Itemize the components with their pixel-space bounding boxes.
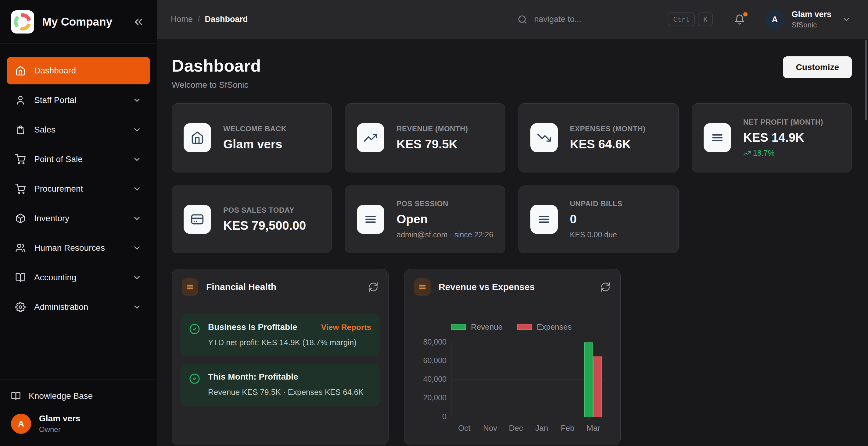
notifications-button[interactable] xyxy=(734,14,745,25)
refresh-button[interactable] xyxy=(368,282,378,292)
sidebar-nav: Dashboard Staff Portal Sales xyxy=(0,44,157,380)
revenue-vs-expenses-card: Revenue vs Expenses RevenueExpenses020,0… xyxy=(404,269,621,445)
y-axis-tick-label: 80,000 xyxy=(404,338,446,346)
bar-revenue-mar xyxy=(584,342,593,416)
stat-card-net-profit-month[interactable]: NET PROFIT (MONTH) KES 14.9K 18.7% xyxy=(692,103,852,172)
y-axis-tick-label: 20,000 xyxy=(404,393,446,402)
search-input[interactable] xyxy=(534,14,668,24)
chevrons-left-icon xyxy=(132,16,145,28)
book-open-icon xyxy=(15,272,26,283)
sidebar-item-sales[interactable]: Sales xyxy=(7,116,150,143)
avatar: A xyxy=(765,9,785,30)
trending-up-icon xyxy=(743,149,751,157)
logo-swirl-icon xyxy=(13,12,32,32)
page-title: Dashboard xyxy=(172,56,261,75)
y-axis-tick-label: 0 xyxy=(404,412,446,421)
x-axis-tick-label: Mar xyxy=(580,423,607,433)
stat-card-pos-sales-today[interactable]: POS SALES TODAY KES 79,500.00 xyxy=(172,185,332,253)
gridline xyxy=(452,417,606,417)
credit-card-icon xyxy=(184,205,211,234)
collapse-sidebar-button[interactable] xyxy=(132,16,145,28)
page-subtitle: Welcome to SfSonic xyxy=(172,80,261,90)
sidebar-item-knowledge-base[interactable]: Knowledge Base xyxy=(11,391,146,401)
sidebar-item-administration[interactable]: Administration xyxy=(7,294,150,321)
menu-lines-icon xyxy=(414,278,431,296)
plot-area xyxy=(452,342,606,417)
sidebar-user-profile[interactable]: A Glam vers Owner xyxy=(11,414,146,434)
sidebar-item-procurement[interactable]: Procurement xyxy=(7,175,150,203)
customize-button[interactable]: Customize xyxy=(783,56,852,78)
x-axis-tick-label: Feb xyxy=(554,423,581,433)
book-open-icon xyxy=(11,391,21,401)
gear-icon xyxy=(15,302,26,312)
y-axis-tick-label: 40,000 xyxy=(404,375,446,383)
shopping-cart-icon xyxy=(15,184,26,194)
chevron-down-icon xyxy=(132,243,142,252)
user-role: Owner xyxy=(39,425,80,434)
sidebar: My Company Dashboard Staff Portal xyxy=(0,0,157,446)
shopping-cart-icon xyxy=(15,154,26,165)
stat-card-revenue-month[interactable]: REVENUE (MONTH) KES 79.5K xyxy=(345,103,505,172)
legend-swatch xyxy=(452,324,466,330)
alert-business-profitable: Business is Profitable View Reports YTD … xyxy=(181,314,380,356)
stats-row-2: POS SALES TODAY KES 79,500.00 POS SESSIO… xyxy=(172,185,852,253)
card-title: Revenue vs Expenses xyxy=(439,282,600,292)
check-circle-icon xyxy=(189,373,200,398)
chevron-down-icon xyxy=(132,184,142,194)
content-area: Home / Dashboard Ctrl K xyxy=(157,0,868,446)
breadcrumb-current: Dashboard xyxy=(205,14,248,24)
dashboard-main: Dashboard Welcome to SfSonic Customize W… xyxy=(157,39,868,446)
refresh-button[interactable] xyxy=(600,282,611,292)
search-icon xyxy=(518,14,527,24)
x-axis-tick-label: Oct xyxy=(451,423,478,433)
scrollbar-thumb[interactable] xyxy=(865,40,867,120)
sidebar-item-staff-portal[interactable]: Staff Portal xyxy=(7,87,150,114)
chevron-down-icon xyxy=(842,15,851,24)
legend-swatch xyxy=(517,324,532,330)
topbar-user-menu[interactable]: A Glam vers SfSonic xyxy=(765,9,851,30)
home-icon xyxy=(184,123,211,152)
trending-up-icon xyxy=(357,123,384,152)
sidebar-footer: Knowledge Base A Glam vers Owner xyxy=(0,380,157,446)
chevron-down-icon xyxy=(132,303,142,312)
stat-card-pos-session[interactable]: POS SESSION Open admin@sf.com · since 22… xyxy=(345,185,505,253)
legend-item[interactable]: Expenses xyxy=(517,322,571,332)
breadcrumb-home[interactable]: Home xyxy=(171,14,193,24)
sidebar-item-inventory[interactable]: Inventory xyxy=(7,205,150,232)
chevron-down-icon xyxy=(132,155,142,164)
users-icon xyxy=(15,243,26,253)
chevron-down-icon xyxy=(132,96,142,105)
sidebar-item-accounting[interactable]: Accounting xyxy=(7,264,150,291)
chevron-down-icon xyxy=(132,273,142,282)
user-icon xyxy=(15,95,26,105)
x-axis-tick-label: Jan xyxy=(528,423,555,433)
stat-card-unpaid-bills[interactable]: UNPAID BILLS 0 KES 0.00 due xyxy=(519,185,679,253)
menu-lines-icon xyxy=(530,205,558,234)
menu-lines-icon xyxy=(182,278,198,296)
breadcrumb-separator: / xyxy=(198,14,200,24)
financial-health-card: Financial Health Business i xyxy=(172,269,389,445)
view-reports-link[interactable]: View Reports xyxy=(321,322,371,332)
y-axis-tick-label: 60,000 xyxy=(404,356,446,365)
check-circle-icon xyxy=(189,323,200,348)
company-logo[interactable] xyxy=(11,10,34,34)
home-icon xyxy=(15,66,26,76)
topbar-user-name: Glam vers xyxy=(792,10,831,19)
global-search[interactable]: Ctrl K xyxy=(518,12,713,26)
stats-row-1: WELCOME BACK Glam vers REVENUE (MONTH) K… xyxy=(172,103,852,172)
topbar-user-org: SfSonic xyxy=(792,21,831,29)
stat-card-expenses-month[interactable]: EXPENSES (MONTH) KES 64.6K xyxy=(519,103,679,172)
sidebar-item-dashboard[interactable]: Dashboard xyxy=(7,57,150,84)
alert-month-profitable: This Month: Profitable Revenue KES 79.5K… xyxy=(181,364,380,406)
legend-item[interactable]: Revenue xyxy=(452,322,503,332)
legend-label: Expenses xyxy=(537,322,571,332)
notification-dot xyxy=(743,12,747,16)
chevron-down-icon xyxy=(132,214,142,223)
sidebar-item-point-of-sale[interactable]: Point of Sale xyxy=(7,146,150,173)
stat-card-welcome-back[interactable]: WELCOME BACK Glam vers xyxy=(172,103,332,172)
legend-label: Revenue xyxy=(471,322,503,332)
x-axis-tick-label: Nov xyxy=(476,423,504,433)
sidebar-item-human-resources[interactable]: Human Resources xyxy=(7,234,150,262)
bar-chart: RevenueExpenses020,00040,00060,00080,000… xyxy=(404,305,620,445)
kbd-k: K xyxy=(698,12,713,26)
